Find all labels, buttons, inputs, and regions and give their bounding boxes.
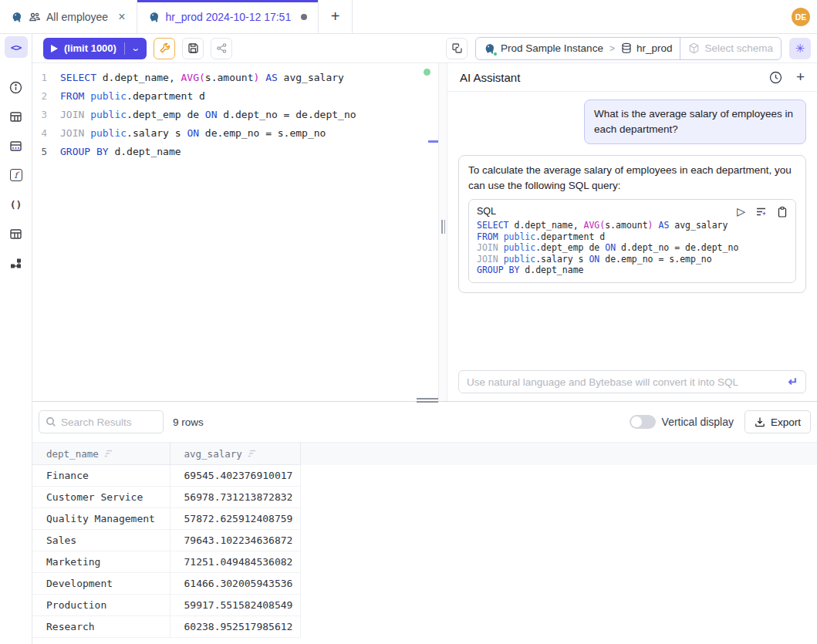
database-name: hr_prod xyxy=(636,42,673,54)
copy-code-icon[interactable] xyxy=(777,206,788,217)
ai-assistant-button[interactable]: ✳ xyxy=(789,38,811,59)
line-number: 4 xyxy=(32,124,60,143)
avatar[interactable]: DE xyxy=(792,8,810,26)
results-table-header: dept_name avg_salary xyxy=(32,443,817,465)
empty-cell xyxy=(301,465,817,487)
wrench-icon xyxy=(159,42,170,54)
code-line: 5GROUP BY d.dept_name xyxy=(32,143,438,161)
save-sheet-button[interactable] xyxy=(182,38,204,59)
table-cell[interactable]: Marketing xyxy=(32,551,170,573)
horizontal-splitter-handle[interactable] xyxy=(417,398,438,404)
code-line: 4JOIN public.salary s ON de.emp_no = s.e… xyxy=(32,124,438,143)
sidebar-item-external-tables[interactable] xyxy=(5,135,28,157)
empty-cell xyxy=(301,530,817,551)
format-sql-button[interactable] xyxy=(154,38,175,59)
table-cell[interactable]: Quality Management xyxy=(32,508,170,530)
table-cell[interactable]: 57872.625912408759 xyxy=(170,508,301,530)
sidebar-item-sheets[interactable] xyxy=(5,223,28,244)
connection-database-selector[interactable]: Prod Sample Instance > hr_prod xyxy=(476,38,680,59)
row-count: 9 rows xyxy=(173,416,204,428)
code-line: SELECT d.dept_name, AVG(s.amount) AS avg… xyxy=(477,220,788,231)
table-cell[interactable]: Development xyxy=(32,573,170,595)
code-line: 1SELECT d.dept_name, AVG(s.amount) AS av… xyxy=(32,69,438,87)
new-chat-button[interactable]: + xyxy=(796,69,805,86)
parentheses-icon: () xyxy=(10,199,22,211)
share-sheet-button[interactable] xyxy=(211,38,232,59)
database-icon xyxy=(621,42,632,54)
table-cell[interactable]: 56978.731213872832 xyxy=(170,487,301,508)
table-row[interactable]: Quality Management57872.625912408759 xyxy=(32,508,817,530)
sidebar-item-sql-editor[interactable]: <> xyxy=(5,36,28,58)
ai-prompt-input[interactable] xyxy=(467,376,788,388)
column-header-dept-name[interactable]: dept_name xyxy=(32,443,170,465)
empty-cell xyxy=(301,487,817,508)
ai-assistant-panel: AI Assistant + What is the average salar… xyxy=(447,63,817,401)
results-table-body: Finance69545.402376910017Customer Servic… xyxy=(32,465,817,638)
table-cell[interactable]: 71251.049484536082 xyxy=(170,551,301,573)
content-area: 1SELECT d.dept_name, AVG(s.amount) AS av… xyxy=(32,63,817,401)
breadcrumb-separator: > xyxy=(609,43,615,54)
connection-status-dot xyxy=(424,69,430,76)
sidebar-item-functions[interactable]: f xyxy=(5,164,28,186)
empty-cell xyxy=(301,508,817,530)
table-cell[interactable]: Sales xyxy=(32,530,170,551)
sort-icon[interactable] xyxy=(104,450,113,458)
table-cell[interactable]: Finance xyxy=(32,465,170,487)
table-cell[interactable]: Production xyxy=(32,595,170,616)
sidebar-item-tables[interactable] xyxy=(5,106,28,127)
export-button[interactable]: Export xyxy=(744,410,811,433)
code-language-label: SQL xyxy=(477,206,496,217)
sidebar-item-procedures[interactable]: () xyxy=(5,194,28,215)
table-row[interactable]: Finance69545.402376910017 xyxy=(32,465,817,487)
schema-cube-icon xyxy=(688,42,700,54)
code-line: FROM public.department d xyxy=(477,231,788,243)
table-cell[interactable]: 69545.402376910017 xyxy=(170,465,301,487)
history-button[interactable] xyxy=(769,71,782,84)
tab-hr-prod[interactable]: hr_prod 2024-10-12 17:51 xyxy=(137,0,319,33)
table-row[interactable]: Marketing71251.049484536082 xyxy=(32,551,817,573)
empty-cell xyxy=(301,595,817,616)
table-cell[interactable]: Research xyxy=(32,616,170,638)
new-tab-button[interactable]: + xyxy=(319,0,353,33)
table-row[interactable]: Sales79643.102234636872 xyxy=(32,530,817,551)
chevron-down-icon[interactable]: ⌄ xyxy=(130,43,140,53)
ai-answer-card: To calculate the average salary of emplo… xyxy=(458,155,806,293)
sidebar-item-info[interactable] xyxy=(5,76,28,98)
run-divider xyxy=(124,42,125,55)
vertical-splitter[interactable] xyxy=(438,63,447,401)
postgres-icon xyxy=(148,11,160,23)
vertical-display-toggle[interactable] xyxy=(630,415,656,429)
close-icon[interactable]: × xyxy=(118,10,125,24)
results-panel: 9 rows Vertical display Export dept_name… xyxy=(32,401,817,644)
schema-diagram-icon xyxy=(9,257,22,270)
table-cell[interactable]: 60238.952517985612 xyxy=(170,616,301,638)
schema-selector[interactable]: Select schema xyxy=(680,38,781,59)
batch-query-button[interactable] xyxy=(446,38,468,59)
results-table: dept_name avg_salary Finance69545.402376… xyxy=(32,442,817,638)
sort-icon[interactable] xyxy=(248,450,257,458)
table-row[interactable]: Customer Service56978.731213872832 xyxy=(32,487,817,508)
sql-editor[interactable]: 1SELECT d.dept_name, AVG(s.amount) AS av… xyxy=(32,63,438,401)
table-cell[interactable]: 79643.102234636872 xyxy=(170,530,301,551)
insert-into-editor-icon[interactable] xyxy=(755,206,767,217)
table-row[interactable]: Research60238.952517985612 xyxy=(32,616,817,638)
splitter-handle-icon xyxy=(441,220,445,234)
column-header-avg-salary[interactable]: avg_salary xyxy=(170,443,301,465)
download-icon xyxy=(755,416,765,427)
search-results-input[interactable] xyxy=(61,416,157,428)
return-icon[interactable]: ↵ xyxy=(788,375,798,389)
code-line: JOIN public.salary s ON de.emp_no = s.em… xyxy=(477,254,788,265)
table-cell[interactable]: Customer Service xyxy=(32,487,170,508)
table-row[interactable]: Production59917.551582408549 xyxy=(32,595,817,616)
connection-breadcrumb: Prod Sample Instance > hr_prod Select sc… xyxy=(475,37,782,60)
table-cell[interactable]: 61466.302005943536 xyxy=(170,573,301,595)
tab-all-employee[interactable]: All employee × xyxy=(0,0,137,33)
table-row[interactable]: Development61466.302005943536 xyxy=(32,573,817,595)
save-icon xyxy=(187,42,199,54)
sidebar-item-schema-diagram[interactable] xyxy=(5,252,28,274)
line-number: 3 xyxy=(32,106,60,124)
table-cell[interactable]: 59917.551582408549 xyxy=(170,595,301,616)
instance-name: Prod Sample Instance xyxy=(501,42,603,54)
run-code-icon[interactable]: ▷ xyxy=(737,205,745,217)
run-query-button[interactable]: (limit 1000) ⌄ xyxy=(43,38,147,59)
